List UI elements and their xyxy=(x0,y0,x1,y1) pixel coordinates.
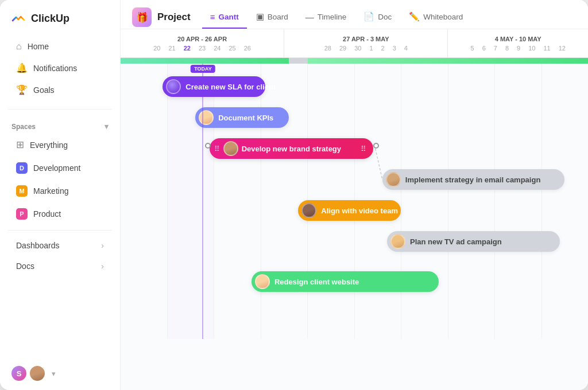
task-bar-kpi[interactable]: Document KPIs xyxy=(195,107,289,128)
drag-handle-brand[interactable]: ⠿ xyxy=(214,145,220,153)
gcol1 xyxy=(121,64,168,339)
tab-timeline-label: Timeline xyxy=(318,13,347,21)
project-icon: 🎁 xyxy=(132,7,152,27)
day-9: 9 xyxy=(517,45,520,52)
sidebar-item-goals[interactable]: 🏆 Goals xyxy=(5,79,115,100)
docs-label: Docs xyxy=(16,262,34,271)
board-icon: ▣ xyxy=(256,11,264,22)
today-line: TODAY xyxy=(202,64,203,339)
day-2: 2 xyxy=(381,45,385,52)
task-avatar-video xyxy=(301,203,316,218)
sidebar-item-dashboards[interactable]: Dashboards › xyxy=(5,236,115,255)
week3-days: 5 6 7 8 9 10 11 12 xyxy=(471,45,566,52)
avatar-initial: S xyxy=(17,369,22,378)
progress-bar-gap xyxy=(289,58,308,64)
gantt-icon: ≡ xyxy=(210,12,215,22)
gantt-body[interactable]: TODAY Create new SLA for client Document… xyxy=(121,64,588,390)
dashboards-label: Dashboards xyxy=(16,241,60,250)
gantt-header-week2: 27 APR - 3 MAY 28 29 30 1 2 3 4 xyxy=(284,29,448,57)
day-5: 5 xyxy=(471,45,474,52)
task-bar-tv[interactable]: Plan new TV ad campaign xyxy=(387,231,560,252)
dashboards-chevron-icon: › xyxy=(101,241,104,250)
gcol2 xyxy=(168,64,215,339)
sidebar-label-notifications: Notifications xyxy=(33,64,77,73)
today-badge: TODAY xyxy=(191,65,215,73)
drag-handle-brand-right[interactable]: ⠿ xyxy=(361,145,366,153)
bell-icon: 🔔 xyxy=(16,63,28,73)
task-bar-video[interactable]: Align with video team xyxy=(298,200,401,221)
week3-range: 4 MAY - 10 MAY xyxy=(495,36,541,42)
project-title: Project xyxy=(157,11,191,23)
gantt-header-week1: 20 APR - 26 APR 20 21 22 23 24 25 26 xyxy=(121,29,284,57)
sidebar-nav: ⌂ Home 🔔 Notifications 🏆 Goals xyxy=(0,32,120,104)
progress-bar-row xyxy=(121,58,588,64)
day-21: 21 xyxy=(168,45,175,52)
progress-bar-green-2 xyxy=(308,58,588,64)
sidebar-label-goals: Goals xyxy=(33,85,55,95)
tab-gantt[interactable]: ≡ Gantt xyxy=(202,6,247,29)
connector-left-brand xyxy=(205,143,211,149)
day-4: 4 xyxy=(404,45,408,52)
day-3: 3 xyxy=(393,45,396,52)
task-avatar-tv xyxy=(390,234,405,249)
week1-days: 20 21 22 23 24 25 26 xyxy=(153,45,251,52)
sidebar: ClickUp ⌂ Home 🔔 Notifications 🏆 Goals S… xyxy=(0,0,121,390)
day-7: 7 xyxy=(494,45,497,52)
gcol3 xyxy=(214,64,261,339)
task-bar-website[interactable]: Redesign client website xyxy=(252,271,439,292)
gantt-header-week3: 4 MAY - 10 MAY 5 6 7 8 9 10 11 12 xyxy=(448,29,588,57)
product-badge: P xyxy=(16,208,28,220)
week2-days: 28 29 30 1 2 3 4 xyxy=(324,45,408,52)
trophy-icon: 🏆 xyxy=(16,84,28,95)
day-8: 8 xyxy=(505,45,509,52)
whiteboard-icon: ✏️ xyxy=(409,11,420,22)
task-label-website: Redesign client website xyxy=(274,278,359,286)
tab-bar: 🎁 Project ≡ Gantt ▣ Board — Timeline 📄 xyxy=(121,0,588,29)
tab-board[interactable]: ▣ Board xyxy=(248,6,296,29)
day-28: 28 xyxy=(324,45,331,52)
task-bar-sla[interactable]: Create new SLA for client xyxy=(163,76,265,97)
gcol4 xyxy=(261,64,308,339)
tab-timeline[interactable]: — Timeline xyxy=(297,6,355,29)
gantt-header: 20 APR - 26 APR 20 21 22 23 24 25 26 27 … xyxy=(121,29,588,58)
task-bar-brand[interactable]: ⠿ Develop new brand strategy ⠿ xyxy=(210,138,373,159)
everything-icon: ⊞ xyxy=(16,139,24,151)
day-26: 26 xyxy=(244,45,251,52)
avatar-person xyxy=(29,365,46,382)
sidebar-label-home: Home xyxy=(28,42,49,51)
app-name: ClickUp xyxy=(31,13,69,25)
progress-bar-green-1 xyxy=(121,58,289,64)
sidebar-item-development[interactable]: D Development xyxy=(5,157,115,179)
tab-board-label: Board xyxy=(268,13,288,21)
avatar-user-s[interactable]: S xyxy=(10,365,28,382)
sidebar-label-product: Product xyxy=(33,209,61,219)
sidebar-label-marketing: Marketing xyxy=(33,186,68,196)
tab-whiteboard[interactable]: ✏️ Whiteboard xyxy=(401,6,471,29)
day-10: 10 xyxy=(528,45,535,52)
timeline-icon: — xyxy=(305,12,314,22)
sidebar-item-product[interactable]: P Product xyxy=(5,203,115,225)
sidebar-item-notifications[interactable]: 🔔 Notifications xyxy=(5,57,115,79)
sidebar-item-marketing[interactable]: M Marketing xyxy=(5,180,115,202)
day-20: 20 xyxy=(153,45,160,52)
logo-area: ClickUp xyxy=(0,0,120,32)
task-bar-email[interactable]: Implement strategy in email campaign xyxy=(382,169,564,190)
day-23: 23 xyxy=(199,45,206,52)
task-avatar-sla xyxy=(166,79,181,94)
sidebar-item-home[interactable]: ⌂ Home xyxy=(5,36,115,57)
spaces-section[interactable]: Spaces ▾ xyxy=(0,114,120,133)
gcol10 xyxy=(542,64,589,339)
gcol8 xyxy=(448,64,496,339)
tab-doc[interactable]: 📄 Doc xyxy=(355,6,400,29)
day-6: 6 xyxy=(482,45,486,52)
gcol7 xyxy=(401,64,448,339)
marketing-badge: M xyxy=(16,185,28,197)
sidebar-label-development: Development xyxy=(33,163,81,173)
avatar-dropdown-icon[interactable]: ▾ xyxy=(52,369,56,378)
sidebar-item-everything[interactable]: ⊞ Everything xyxy=(5,134,115,156)
sidebar-item-docs[interactable]: Docs › xyxy=(5,256,115,276)
app-container: ClickUp ⌂ Home 🔔 Notifications 🏆 Goals S… xyxy=(0,0,588,390)
tab-gantt-label: Gantt xyxy=(218,13,238,21)
home-icon: ⌂ xyxy=(16,41,22,52)
task-label-sla: Create new SLA for client xyxy=(185,83,276,91)
